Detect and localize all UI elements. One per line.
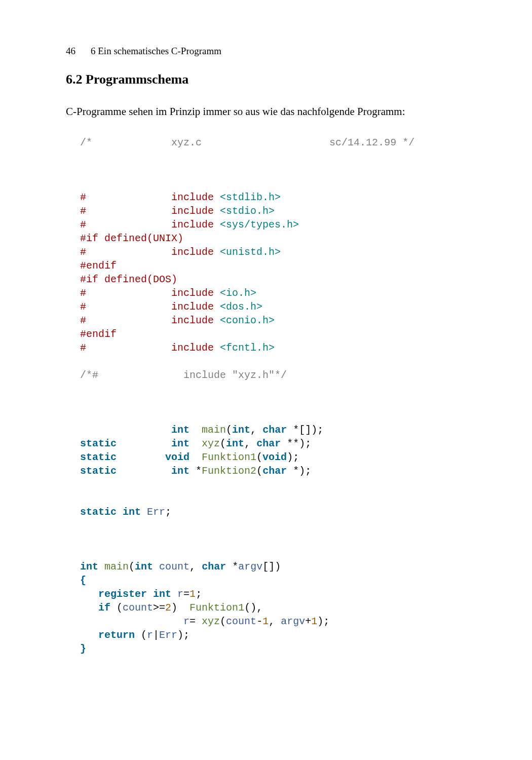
code-type: int <box>123 506 141 518</box>
code-header-name: <dos.h> <box>220 301 262 313</box>
code-pp-endif: #endif <box>80 328 117 340</box>
running-head: 46 6 Ein schematisches C-Programm <box>66 46 476 57</box>
code-pp-include: include <box>171 192 214 203</box>
code-type: char <box>202 561 226 573</box>
code-pp-hash: # <box>80 205 86 217</box>
code-type: int <box>171 438 189 449</box>
code-pp-if: #if defined(DOS) <box>80 274 177 285</box>
code-pp-hash: # <box>80 219 86 231</box>
code-func: Funktion1 <box>189 602 244 614</box>
code-brace: { <box>80 575 86 586</box>
code-header-name: <sys/types.h> <box>220 219 299 231</box>
code-pp-hash: # <box>80 246 86 258</box>
code-type: void <box>165 451 189 463</box>
code-ident: r <box>183 616 189 627</box>
code-header-name: <conio.h> <box>220 315 275 326</box>
code-func: Funktion2 <box>202 465 256 477</box>
code-keyword: return <box>98 629 135 641</box>
code-keyword: static <box>80 506 117 518</box>
section-number: 6.2 <box>66 72 83 87</box>
code-ident: Err <box>159 629 177 641</box>
code-ident: count <box>159 561 189 573</box>
code-pp-include: include <box>171 246 214 258</box>
page-number: 46 <box>66 46 75 57</box>
code-type: int <box>80 561 98 573</box>
code-pp-include: include <box>171 342 214 354</box>
code-pp-include: include <box>171 205 214 217</box>
code-keyword: if <box>98 602 110 614</box>
code-pp-include: include <box>171 315 214 326</box>
code-func: xyz <box>202 438 220 449</box>
code-type: char <box>256 438 281 449</box>
code-type: char <box>262 465 287 477</box>
chapter-label: 6 Ein schematisches C-Programm <box>91 46 221 57</box>
code-number: 1 <box>189 588 196 600</box>
code-keyword: static <box>80 451 117 463</box>
code-type: int <box>226 438 244 449</box>
code-ident: Err <box>147 506 165 518</box>
code-comment: /* <box>80 137 92 148</box>
code-header-name: <io.h> <box>220 287 256 299</box>
section-heading: 6.2 Programmschema <box>66 72 476 87</box>
code-pp-hash: # <box>80 315 86 326</box>
code-func: Funktion1 <box>202 451 256 463</box>
code-pp-hash: # <box>80 301 86 313</box>
code-ident: argv <box>281 616 305 627</box>
code-number: 2 <box>165 602 171 614</box>
section-title: Programmschema <box>86 72 188 87</box>
code-number: 1 <box>262 616 269 627</box>
code-ident: argv <box>238 561 262 573</box>
code-comment: xyz.c <box>171 137 202 148</box>
code-pp-hash: # <box>80 287 86 299</box>
code-brace: } <box>80 643 86 655</box>
code-func: main <box>104 561 129 573</box>
code-ident: count <box>226 616 256 627</box>
code-listing: /* xyz.c sc/14.12.99 */ # include <stdli… <box>80 136 476 656</box>
code-pp-if: #if defined(UNIX) <box>80 233 183 244</box>
code-pp-endif: #endif <box>80 260 117 272</box>
code-header-name: <unistd.h> <box>220 246 281 258</box>
code-type: int <box>171 424 189 436</box>
code-func: main <box>202 424 226 436</box>
code-header-name: <stdlib.h> <box>220 192 281 203</box>
code-pp-include: include <box>171 287 214 299</box>
code-header-name: <fcntl.h> <box>220 342 275 354</box>
code-type: int <box>232 424 250 436</box>
code-pp-include: include <box>171 301 214 313</box>
code-pp-hash: # <box>80 342 86 354</box>
code-func: xyz <box>202 616 220 627</box>
code-comment: sc/14.12.99 */ <box>329 137 414 148</box>
code-ident: r <box>177 588 183 600</box>
code-pp-hash: # <box>80 192 86 203</box>
code-comment: /*# include "xyz.h"*/ <box>80 369 287 381</box>
code-type: int <box>171 465 189 477</box>
code-keyword: static <box>80 465 117 477</box>
page: 46 6 Ein schematisches C-Programm 6.2 Pr… <box>0 0 532 760</box>
intro-paragraph: C-Programme sehen im Prinzip immer so au… <box>66 104 476 119</box>
code-type: int <box>153 588 171 600</box>
code-ident: count <box>123 602 153 614</box>
code-number: 1 <box>311 616 317 627</box>
code-pp-include: include <box>171 219 214 231</box>
code-keyword: register <box>98 588 147 600</box>
code-ident: r <box>147 629 153 641</box>
code-type: char <box>262 424 287 436</box>
code-header-name: <stdio.h> <box>220 205 275 217</box>
code-type: void <box>262 451 287 463</box>
code-keyword: static <box>80 438 117 449</box>
code-type: int <box>135 561 153 573</box>
